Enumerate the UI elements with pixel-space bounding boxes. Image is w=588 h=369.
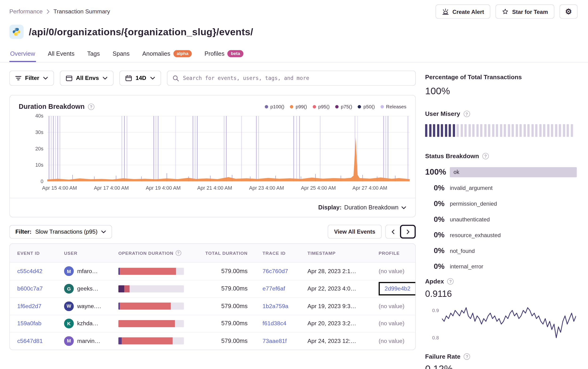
date-range-selector[interactable]: 14D (120, 71, 161, 86)
table-row: 1f6ed2d7Wwayne.…579.00ms1b2a759aApr 19, … (10, 297, 415, 315)
filter-button[interactable]: Filter (10, 71, 54, 86)
table-header-row: Event ID User Operation Duration ? Total… (10, 244, 415, 262)
trace-id-link[interactable]: e77ef6af (262, 285, 285, 292)
profile-link[interactable]: 2d99e4b2 (385, 285, 410, 292)
trace-id-link[interactable]: 73aae81f (262, 338, 287, 344)
user-name: wayne.… (77, 303, 101, 309)
help-icon[interactable]: ? (463, 111, 470, 117)
tab-profiles[interactable]: Profilesbeta (204, 48, 244, 62)
table-row: b600c7a7Ggeeks…579.00mse77ef6afApr 22, 2… (10, 280, 415, 297)
col-event-id: Event ID (17, 250, 64, 256)
misery-tick (559, 124, 561, 137)
bar-segment (118, 285, 124, 292)
profile-cell: 2d99e4b2 (379, 282, 416, 295)
sidebar: Percentage of Total Transactions 100% Us… (425, 71, 577, 369)
status-percentage: 100% (425, 167, 445, 177)
legend-item-p75[interactable]: p75() (335, 104, 352, 110)
transactions-filter-dropdown[interactable]: Filter: Slow Transactions (p95) (10, 225, 112, 238)
transactions-filter-label: Filter: (15, 228, 32, 235)
legend-item-p100[interactable]: p100() (265, 104, 284, 110)
legend-item-p99[interactable]: p99() (290, 104, 307, 110)
previous-page-button[interactable] (385, 225, 400, 239)
event-id-link[interactable]: 1f6ed2d7 (17, 303, 42, 309)
misery-tick (472, 124, 474, 137)
status-row-internal_error: 0%internal_error (425, 258, 577, 274)
chevron-down-icon[interactable] (401, 206, 406, 209)
legend-item-p95[interactable]: p95() (313, 104, 330, 110)
trace-id-cell: 73aae81f (248, 338, 308, 344)
display-selector[interactable]: Duration Breakdown (344, 204, 399, 211)
help-icon[interactable]: ? (464, 353, 470, 360)
y-tick-label: 30s (35, 130, 43, 135)
display-label: Display: (318, 204, 342, 211)
chart-header: Duration Breakdown ? p100()p99()p95()p75… (10, 95, 415, 112)
status-percentage: 0% (425, 199, 445, 208)
timestamp-cell: Apr 20, 2023 3:2… (307, 320, 378, 327)
legend-item-Releases[interactable]: Releases (380, 104, 406, 110)
misery-tick (500, 124, 502, 137)
misery-tick (449, 124, 451, 137)
profile-no-value: (no value) (379, 320, 405, 327)
trace-id-link[interactable]: 76c760d7 (262, 268, 288, 274)
trace-id-link[interactable]: f61d38c4 (262, 320, 286, 327)
environment-selector[interactable]: All Envs (60, 71, 114, 86)
tab-overview[interactable]: Overview (10, 48, 36, 62)
tab-all-events[interactable]: All Events (47, 48, 75, 62)
legend-label: p75() (341, 104, 352, 110)
legend-dot (290, 105, 293, 108)
gear-icon: ⚙ (565, 8, 572, 15)
trace-id-link[interactable]: 1b2a759a (262, 303, 288, 309)
legend-item-p50[interactable]: p50() (358, 104, 375, 110)
help-icon[interactable]: ? (447, 278, 454, 285)
misery-tick (453, 124, 455, 137)
status-breakdown-list: 100%ok0%invalid_argument0%permission_den… (425, 164, 577, 274)
status-breakdown-title-wrap: Status Breakdown ? (425, 152, 577, 160)
duration-chart[interactable]: 40s30s20s10s0 (47, 116, 410, 181)
misery-tick (519, 124, 522, 137)
help-icon[interactable]: ? (88, 104, 94, 110)
tab-label: Tags (87, 50, 100, 57)
legend-dot (265, 105, 268, 108)
view-all-events-button[interactable]: View All Events (328, 225, 382, 239)
star-for-team-button[interactable]: Star for Team (496, 4, 554, 19)
status-percentage: 0% (425, 215, 445, 223)
main-column: Filter All Envs (10, 71, 416, 369)
event-id-link[interactable]: c5647d81 (17, 338, 42, 344)
help-icon[interactable]: ? (482, 153, 489, 159)
status-row-not_found: 0%not_found (425, 243, 577, 259)
help-icon[interactable]: ? (176, 250, 181, 256)
pagination (385, 225, 416, 239)
create-alert-button[interactable]: Create Alert (435, 4, 490, 19)
misery-tick (512, 124, 514, 137)
search-input[interactable] (183, 75, 410, 81)
user-cell: Mmfaro… (64, 266, 118, 276)
tab-badge-alpha: alpha (173, 50, 192, 57)
tab-tags[interactable]: Tags (86, 48, 101, 62)
status-label: not_found (450, 248, 475, 254)
settings-button[interactable]: ⚙ (559, 4, 578, 19)
search-bar[interactable] (167, 71, 416, 86)
y-tick-label: 40s (35, 113, 43, 119)
display-row: Display: Duration Breakdown (10, 198, 415, 217)
y-tick-label: 20s (35, 146, 43, 152)
legend-dot (335, 105, 338, 108)
col-total-duration: Total Duration (199, 250, 248, 256)
misery-tick (539, 124, 541, 137)
x-tick-label: Apr 17 4:00 AM (94, 185, 129, 191)
breadcrumb-parent[interactable]: Performance (10, 8, 42, 15)
event-id-link[interactable]: b600c7a7 (17, 285, 42, 292)
total-duration-cell: 579.00ms (199, 320, 248, 327)
misery-tick (535, 124, 538, 137)
next-page-button[interactable] (400, 225, 416, 239)
tab-spans[interactable]: Spans (112, 48, 130, 62)
bar-segment (124, 285, 129, 292)
plot-row: 40s30s20s10s0 Apr 15 4:00 AMApr 17 4:00 … (10, 116, 415, 193)
operation-duration-bar (118, 320, 184, 327)
event-id-link[interactable]: c55c4d42 (17, 268, 42, 274)
apdex-value: 0.9116 (425, 289, 577, 299)
event-id-link[interactable]: 159a0fab (17, 320, 42, 327)
tab-anomalies[interactable]: Anomaliesalpha (141, 48, 192, 62)
status-percentage: 0% (425, 246, 445, 255)
apdex-sparkline: 0.90.8 (442, 302, 576, 343)
status-label: ok (454, 169, 459, 175)
